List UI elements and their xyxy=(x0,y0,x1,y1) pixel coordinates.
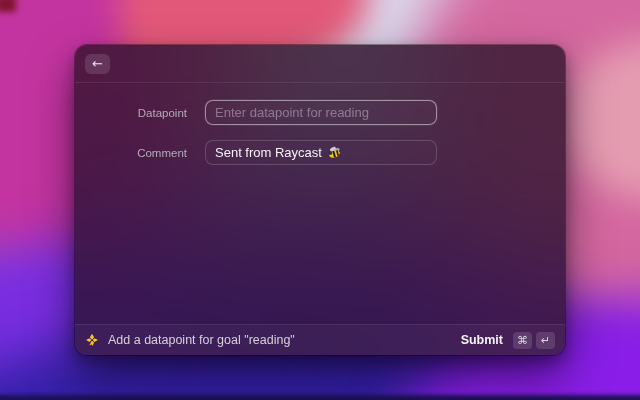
raycast-window: ← Datapoint Comment Sent from Raycast xyxy=(75,45,565,355)
bee-emoji-icon xyxy=(327,146,342,159)
comment-label: Comment xyxy=(75,147,187,159)
window-footer: Add a datapoint for goal "reading" Submi… xyxy=(75,324,565,355)
comment-input[interactable]: Sent from Raycast xyxy=(205,140,437,165)
comment-value: Sent from Raycast xyxy=(215,145,322,160)
footer-status-text: Add a datapoint for goal "reading" xyxy=(108,333,295,347)
datapoint-input[interactable] xyxy=(215,105,427,120)
back-button[interactable]: ← xyxy=(85,54,110,74)
footer-actions: Submit ⌘ ↵ xyxy=(461,332,555,349)
datapoint-form: Datapoint Comment Sent from Raycast xyxy=(75,83,565,165)
form-row-comment: Comment Sent from Raycast xyxy=(75,140,565,165)
back-arrow-icon: ← xyxy=(92,54,103,74)
footer-status: Add a datapoint for goal "reading" xyxy=(85,333,295,347)
datapoint-label: Datapoint xyxy=(75,107,187,119)
wallpaper-blob xyxy=(0,0,16,12)
beeminder-icon xyxy=(85,333,99,347)
form-row-datapoint: Datapoint xyxy=(75,100,565,125)
datapoint-input-container xyxy=(205,100,437,125)
window-header: ← xyxy=(75,45,565,83)
cmd-key-icon: ⌘ xyxy=(513,332,532,349)
submit-button[interactable]: Submit xyxy=(461,333,503,347)
return-key-icon: ↵ xyxy=(536,332,555,349)
wallpaper-blob xyxy=(0,395,640,400)
